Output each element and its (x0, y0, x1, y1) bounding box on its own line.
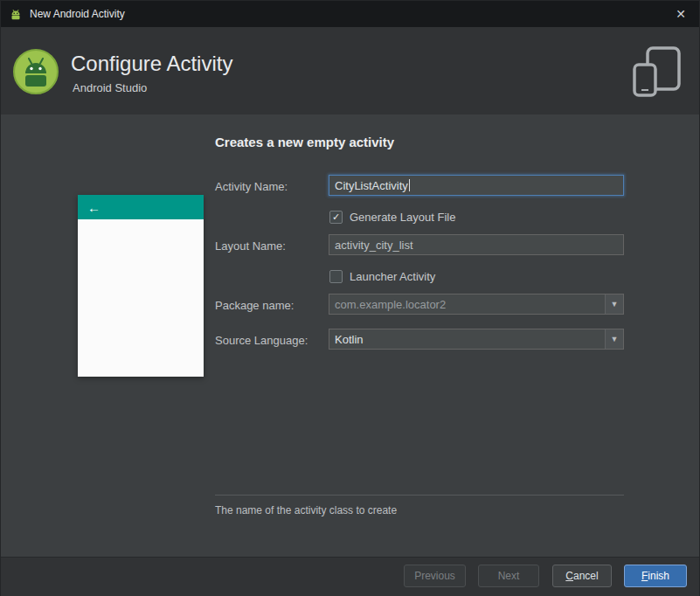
phone-tablet-icon (633, 46, 682, 97)
hint-text: The name of the activity class to create (215, 504, 397, 516)
close-button[interactable]: ✕ (662, 1, 699, 27)
generate-layout-checkbox[interactable]: ✓ (329, 211, 343, 224)
back-arrow-icon: ← (87, 200, 100, 215)
android-icon (9, 7, 23, 21)
generate-layout-row: ✓ Generate Layout File (329, 210, 455, 224)
activity-preview-appbar: ← (78, 195, 204, 219)
wizard-header: Configure Activity Android Studio (1, 27, 699, 114)
activity-name-input[interactable]: CityListActivity (329, 175, 624, 196)
title-bar: New Android Activity ✕ (1, 1, 699, 27)
package-name-value: com.example.locator2 (335, 298, 446, 311)
launcher-activity-row: Launcher Activity (329, 269, 435, 283)
source-language-combobox[interactable]: Kotlin ▼ (329, 329, 624, 350)
source-language-value: Kotlin (335, 333, 364, 346)
wizard-subtitle: Android Studio (73, 81, 147, 94)
layout-name-value: activity_city_list (335, 239, 413, 252)
activity-preview: ← (78, 195, 204, 377)
form-separator (215, 495, 624, 496)
layout-name-label: Layout Name: (215, 239, 286, 253)
next-button[interactable]: Next (478, 565, 539, 587)
generate-layout-label[interactable]: Generate Layout File (350, 211, 455, 224)
layout-name-input[interactable]: activity_city_list (329, 234, 624, 255)
android-studio-logo-icon (11, 47, 60, 96)
activity-name-value: CityListActivity (335, 179, 408, 192)
activity-name-label: Activity Name: (215, 180, 288, 193)
window-title: New Android Activity (30, 8, 125, 20)
new-android-activity-dialog: New Android Activity ✕ Configure Activit… (0, 0, 700, 596)
launcher-activity-label[interactable]: Launcher Activity (350, 270, 435, 283)
button-bar: Previous Next Cancel Finish (1, 557, 699, 596)
source-language-dropdown-arrow-icon[interactable]: ▼ (605, 329, 623, 349)
package-name-dropdown-arrow-icon[interactable]: ▼ (605, 295, 623, 314)
finish-button[interactable]: Finish (624, 565, 687, 587)
wizard-content: Creates a new empty activity ← Activity … (1, 114, 699, 557)
previous-button[interactable]: Previous (404, 565, 466, 587)
activity-preview-body (78, 219, 204, 377)
source-language-label: Source Language: (215, 334, 308, 347)
text-caret (409, 179, 410, 191)
package-name-label: Package name: (215, 299, 294, 312)
launcher-activity-checkbox[interactable] (329, 270, 343, 283)
package-name-combobox[interactable]: com.example.locator2 ▼ (329, 294, 624, 315)
cancel-button[interactable]: Cancel (552, 565, 612, 587)
wizard-title: Configure Activity (71, 52, 232, 76)
form-heading: Creates a new empty activity (215, 135, 394, 149)
